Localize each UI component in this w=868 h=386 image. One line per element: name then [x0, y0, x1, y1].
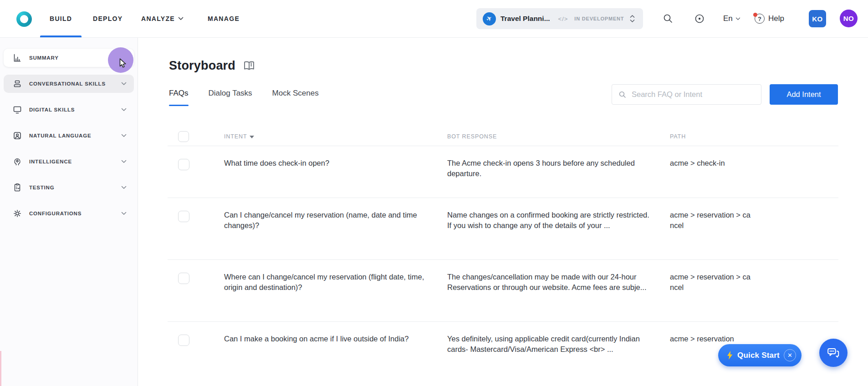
path-cell: acme > reservation > cancel — [670, 210, 754, 259]
bot-response-cell: Name changes on a confirmed booking are … — [447, 210, 660, 259]
table-row[interactable]: Where can I change/cancel my reservation… — [168, 259, 838, 321]
top-bar: BUILD DEPLOY ANALYZE MANAGE ✈ Travel Pla… — [0, 0, 868, 38]
tab-label: Mock Scenes — [272, 89, 319, 97]
close-icon[interactable]: ✕ — [784, 349, 796, 361]
sort-desc-icon — [250, 136, 254, 138]
chevron-down-icon — [735, 17, 740, 20]
add-intent-button[interactable]: Add Intent — [770, 84, 838, 105]
tab-label: FAQs — [169, 89, 189, 97]
column-header-intent[interactable]: INTENT — [224, 133, 447, 140]
app-status-badge: IN DEVELOPMENT — [574, 16, 624, 21]
tab-label: Dialog Tasks — [209, 89, 252, 97]
nav-build-label: BUILD — [50, 15, 72, 22]
search-icon[interactable] — [663, 13, 674, 24]
chevron-down-icon — [121, 82, 127, 86]
chevron-down-icon — [121, 134, 127, 137]
faq-search-box — [612, 84, 761, 105]
intent-cell: What time does check-in open? — [224, 158, 438, 198]
chevron-down-icon — [121, 212, 127, 215]
chevron-down-icon — [121, 186, 127, 189]
column-label: PATH — [670, 133, 686, 140]
table-row[interactable]: Can I change/cancel my reservation (name… — [168, 198, 838, 259]
head-gear-icon — [13, 157, 22, 166]
row-checkbox[interactable] — [178, 211, 189, 222]
sidebar-item-natural-language[interactable]: NATURAL LANGUAGE — [4, 127, 134, 145]
language-selector[interactable]: En — [723, 0, 740, 37]
left-sidebar: SUMMARY CONVERSATIONAL SKILLS DIGITAL SK… — [0, 38, 138, 386]
search-icon — [618, 91, 627, 99]
column-label: INTENT — [224, 133, 247, 140]
nav-deploy-label: DEPLOY — [93, 15, 123, 22]
help-icon: ? — [755, 14, 765, 24]
language-label: En — [723, 14, 733, 23]
sidebar-item-testing[interactable]: TESTING — [4, 178, 134, 197]
nav-deploy[interactable]: DEPLOY — [93, 0, 123, 37]
page-title: Storyboard — [169, 59, 235, 73]
sidebar-item-summary[interactable]: SUMMARY — [4, 49, 134, 67]
app-selector[interactable]: ✈ Travel Planni... </> IN DEVELOPMENT — [476, 8, 643, 29]
sidebar-item-label: SUMMARY — [29, 55, 59, 61]
sidebar-item-digital-skills[interactable]: DIGITAL SKILLS — [4, 101, 134, 119]
sidebar-item-label: NATURAL LANGUAGE — [29, 133, 91, 138]
chevron-down-icon — [178, 17, 184, 20]
bot-response-cell: The Acme check-in opens 3 hours before a… — [447, 158, 660, 198]
sidebar-item-intelligence[interactable]: INTELLIGENCE — [4, 152, 134, 171]
table-header-row: INTENT BOT RESPONSE PATH — [168, 127, 838, 146]
intent-cell: Can I make a booking on acme if I live o… — [224, 334, 438, 386]
sidebar-item-conversational-skills[interactable]: CONVERSATIONAL SKILLS — [4, 75, 134, 93]
intent-cell: Where can I change/cancel my reservation… — [224, 272, 438, 321]
chevron-down-icon — [121, 108, 127, 112]
notification-dot — [753, 13, 757, 17]
sidebar-item-label: INTELLIGENCE — [29, 159, 72, 164]
bar-chart-icon — [13, 53, 22, 62]
lightning-bolt-icon — [726, 350, 733, 360]
nav-analyze[interactable]: ANALYZE — [141, 0, 184, 37]
chat-widget-button[interactable] — [819, 339, 848, 367]
nav-analyze-label: ANALYZE — [141, 15, 175, 22]
nav-manage[interactable]: MANAGE — [208, 0, 240, 37]
workspace-avatar[interactable]: KO — [809, 10, 826, 27]
code-icon: </> — [558, 15, 568, 22]
app-plane-icon: ✈ — [483, 12, 496, 25]
kore-logo-icon[interactable] — [16, 11, 32, 27]
user-avatar[interactable]: NO — [840, 10, 858, 27]
gear-icon — [13, 209, 22, 218]
layers-icon — [13, 79, 22, 88]
table-row[interactable]: What time does check-in open? The Acme c… — [168, 146, 838, 198]
bot-response-cell: Yes definitely, using applicable credit … — [447, 334, 660, 386]
app-name: Travel Planni... — [500, 15, 550, 23]
faq-search-input[interactable] — [632, 90, 755, 99]
tab-dialog-tasks[interactable]: Dialog Tasks — [209, 89, 252, 106]
sidebar-item-label: TESTING — [29, 185, 54, 190]
clipboard-icon — [13, 183, 22, 192]
screen-artifact — [0, 351, 1, 386]
column-label: BOT RESPONSE — [447, 133, 497, 140]
help-button[interactable]: ? Help — [755, 0, 784, 37]
column-header-path[interactable]: PATH — [670, 133, 838, 140]
intent-cell: Can I change/cancel my reservation (name… — [224, 210, 438, 259]
docs-book-icon[interactable] — [243, 61, 255, 71]
bot-response-cell: The changes/cancellation may be made wit… — [447, 272, 660, 321]
nav-build[interactable]: BUILD — [50, 0, 72, 37]
app-screen: BUILD DEPLOY ANALYZE MANAGE ✈ Travel Pla… — [0, 0, 868, 386]
row-checkbox[interactable] — [178, 273, 189, 284]
quick-start-button[interactable]: Quick Start ✕ — [718, 344, 802, 366]
version-stepper-icon[interactable] — [629, 14, 635, 23]
help-label: Help — [768, 14, 784, 23]
sidebar-item-configurations[interactable]: CONFIGURATIONS — [4, 204, 134, 223]
tab-faqs[interactable]: FAQs — [169, 89, 189, 106]
row-checkbox[interactable] — [178, 159, 189, 170]
monitor-icon — [13, 105, 22, 114]
column-header-bot-response[interactable]: BOT RESPONSE — [447, 133, 670, 140]
chat-bubbles-icon — [827, 347, 840, 359]
person-frame-icon — [13, 131, 22, 140]
chevron-down-icon — [121, 160, 127, 163]
main-content: Storyboard FAQs Dialog Tasks Mock Scenes… — [138, 38, 868, 386]
path-cell: acme > check-in — [670, 158, 754, 198]
nav-manage-label: MANAGE — [208, 15, 240, 22]
path-cell: acme > reservation > cancel — [670, 272, 754, 321]
target-icon[interactable] — [694, 13, 705, 24]
select-all-checkbox[interactable] — [178, 131, 189, 142]
row-checkbox[interactable] — [178, 335, 189, 346]
tab-mock-scenes[interactable]: Mock Scenes — [272, 89, 319, 106]
